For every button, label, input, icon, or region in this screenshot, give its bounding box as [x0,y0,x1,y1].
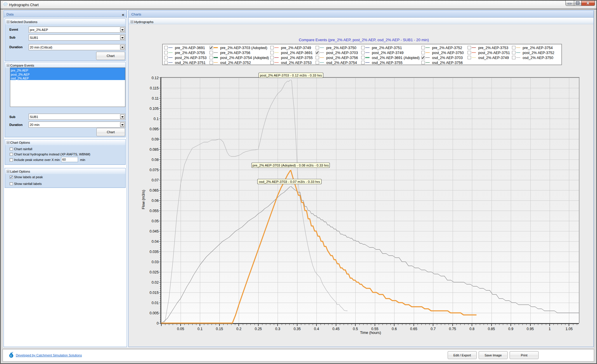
svg-text:K: K [10,354,12,357]
svg-text:X: X [586,1,589,5]
